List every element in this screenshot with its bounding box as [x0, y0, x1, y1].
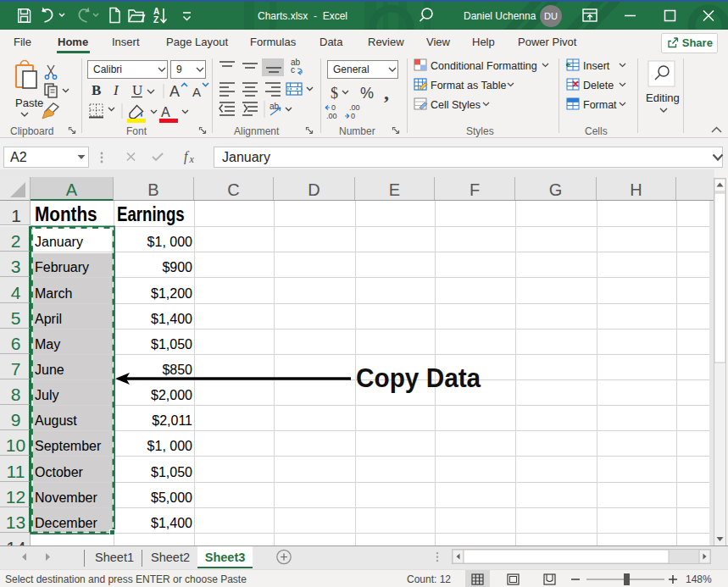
svg-text:B: B [92, 82, 101, 98]
svg-text:Number: Number [339, 125, 375, 137]
svg-text:Cell Styles: Cell Styles [431, 99, 481, 111]
svg-text:A: A [169, 83, 180, 100]
svg-text:A: A [161, 105, 170, 119]
svg-text:c: c [291, 65, 295, 75]
svg-text:Format: Format [583, 99, 617, 111]
svg-text:Paste: Paste [15, 97, 43, 109]
svg-text:Alignment: Alignment [234, 125, 280, 137]
svg-text:%: % [360, 85, 374, 102]
svg-text:x: x [189, 153, 195, 165]
svg-text:Styles: Styles [466, 125, 494, 137]
svg-text:I: I [113, 82, 119, 98]
svg-text:0: 0 [351, 112, 355, 120]
svg-text:Delete: Delete [583, 80, 614, 91]
svg-text:$: $ [331, 85, 338, 102]
svg-text:Editing: Editing [646, 91, 680, 104]
svg-text:Cells: Cells [585, 125, 608, 137]
svg-text:Conditional Formatting: Conditional Formatting [431, 60, 537, 72]
svg-text:.00: .00 [326, 112, 337, 120]
svg-text:Format as Table: Format as Table [431, 80, 506, 91]
svg-text:U: U [132, 82, 142, 98]
svg-text:0: 0 [331, 103, 336, 112]
svg-text:Clipboard: Clipboard [10, 125, 53, 137]
svg-text:Font: Font [126, 125, 147, 137]
svg-text:A: A [192, 85, 201, 99]
svg-text:.00: .00 [349, 103, 360, 112]
svg-text:Insert: Insert [583, 60, 610, 72]
svg-text:,: , [384, 81, 389, 103]
